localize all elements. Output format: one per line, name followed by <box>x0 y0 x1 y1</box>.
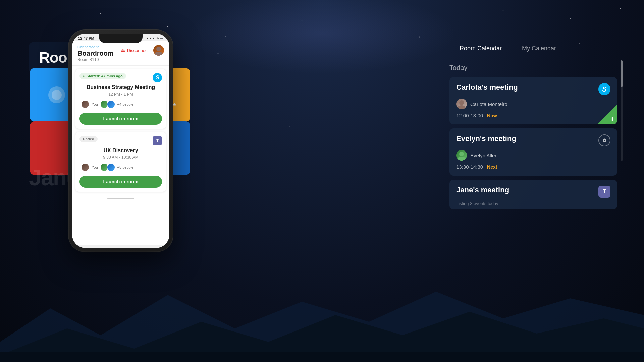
participant-avatar-2 <box>107 100 115 109</box>
skype-icon: S <box>153 73 162 82</box>
meeting-card-1: ● Started: 47 mins ago S Business Strate… <box>75 69 166 129</box>
launch-room-button-1[interactable]: Launch in room <box>79 113 162 125</box>
svg-point-33 <box>458 105 466 109</box>
carlota-time: 12:00-13:00 <box>456 113 483 118</box>
carlota-organizer: Carlota Monteiro <box>456 99 610 109</box>
evelyn-time: 13:30-14:30 <box>456 164 483 170</box>
meeting1-time: 12 PM - 1 PM <box>79 92 162 97</box>
carlota-name: Carlota Monteiro <box>470 101 507 107</box>
phone-screen: 12:47 PM ▲▲▲ ∿ ▬ Connected to: Boardroom… <box>72 34 169 248</box>
disconnect-icon: ⏏ <box>121 48 125 53</box>
meeting2-title: UX Discovery <box>79 147 162 154</box>
evelyn-time-row: 13:30-14:30 Next <box>456 164 610 170</box>
svg-point-35 <box>458 157 466 161</box>
phone-notch <box>99 34 143 43</box>
jane-teams-icon: T <box>598 186 610 198</box>
jane-meeting-header: Jane's meeting T <box>456 186 610 198</box>
header-actions: ⏏ Disconnect <box>121 45 164 56</box>
phone-header: Connected to: Boardroom Room B110 ⏏ Disc… <box>72 41 169 66</box>
connected-to-label: Connected to: <box>77 45 114 49</box>
evelyn-avatar <box>456 150 467 161</box>
launch-room-button-2[interactable]: Launch in room <box>79 176 162 188</box>
disconnect-label: Disconnect <box>127 48 149 53</box>
participant-avatar-4 <box>107 163 115 172</box>
home-indicator <box>72 195 169 202</box>
now-badge: Now <box>487 113 497 118</box>
today-label: Today <box>449 64 617 72</box>
meeting2-participants: You +5 people <box>79 163 162 172</box>
meeting1-header: ● Started: 47 mins ago S <box>79 73 162 82</box>
you-avatar-2 <box>81 163 90 172</box>
carlota-avatar <box>456 99 467 109</box>
room-info: Connected to: Boardroom Room B110 <box>77 45 114 62</box>
svg-point-34 <box>459 152 464 156</box>
scrollbar-thumb[interactable] <box>621 60 623 87</box>
carlota-skype-icon: S <box>598 83 610 95</box>
right-panel: Room Calendar My Calendar Today Carlota'… <box>449 40 617 214</box>
svg-point-30 <box>156 47 161 51</box>
calendar-tabs: Room Calendar My Calendar <box>449 40 617 57</box>
evelyn-bloom-icon: ✿ <box>598 134 610 146</box>
people-count-2: +5 people <box>117 165 134 169</box>
boardroom-name: Boardroom <box>77 50 114 57</box>
you-avatar-1 <box>81 100 90 109</box>
ended-label: Ended <box>83 137 94 141</box>
tab-my-calendar[interactable]: My Calendar <box>512 40 566 57</box>
meeting2-time: 9:30 AM - 10:30 AM <box>79 155 162 160</box>
started-label: Started: 47 mins ago <box>86 74 122 78</box>
phone-container: 12:47 PM ▲▲▲ ∿ ▬ Connected to: Boardroom… <box>57 30 184 305</box>
people-count-1: +4 people <box>117 102 134 106</box>
phone-device: 12:47 PM ▲▲▲ ∿ ▬ Connected to: Boardroom… <box>69 30 173 251</box>
evelyn-organizer: Evelyn Allen <box>456 150 610 161</box>
avatar-group-1 <box>100 100 115 109</box>
wifi-icon: ∿ <box>156 37 159 40</box>
you-label-2: You <box>92 165 98 169</box>
status-icons: ▲▲▲ ∿ ▬ <box>146 37 163 40</box>
svg-point-32 <box>459 100 464 105</box>
teams-icon: T <box>153 136 162 145</box>
meeting2-header: Ended T <box>79 136 162 145</box>
evelyn-name: Evelyn Allen <box>470 153 498 158</box>
upload-corner-icon: ⬆ <box>610 116 614 122</box>
avatar-group-2 <box>100 163 115 172</box>
carlota-meeting-title: Carlota's meeting <box>456 83 518 92</box>
home-bar <box>107 198 134 199</box>
evelyn-meeting-item[interactable]: Evelyn's meeting ✿ Evelyn Allen 13:30-14… <box>449 128 617 176</box>
you-label-1: You <box>92 102 98 106</box>
meeting1-participants: You +4 people <box>79 100 162 109</box>
meeting1-title: Business Strategy Meeting <box>79 84 162 90</box>
jane-meeting-item[interactable]: Jane's meeting T Listing 8 events today <box>449 180 617 209</box>
status-time: 12:47 PM <box>78 36 94 40</box>
jane-meeting-title: Jane's meeting <box>456 186 509 194</box>
ended-badge: Ended <box>79 136 98 142</box>
evelyn-meeting-header: Evelyn's meeting ✿ <box>456 134 610 146</box>
next-badge: Next <box>487 164 497 170</box>
tab-room-calendar[interactable]: Room Calendar <box>449 40 512 57</box>
green-corner: ⬆ <box>598 106 617 124</box>
user-avatar <box>153 45 164 56</box>
started-badge: ● Started: 47 mins ago <box>79 73 126 79</box>
svg-rect-21 <box>0 352 644 362</box>
evelyn-meeting-title: Evelyn's meeting <box>456 134 516 143</box>
carlota-meeting-header: Carlota's meeting S <box>456 83 610 95</box>
listing-note: Listing 8 events today <box>456 201 610 206</box>
scrollbar-track[interactable] <box>621 60 623 161</box>
svg-point-31 <box>155 52 163 56</box>
room-number: Room B110 <box>77 57 114 62</box>
carlota-meeting-item[interactable]: Carlota's meeting S Carlota Monteiro 12:… <box>449 77 617 124</box>
disconnect-button[interactable]: ⏏ Disconnect <box>121 48 149 53</box>
carlota-time-row: 12:00-13:00 Now <box>456 113 610 118</box>
meeting-card-2: Ended T UX Discovery 9:30 AM - 10:30 AM … <box>75 132 166 192</box>
phone-content: Connected to: Boardroom Room B110 ⏏ Disc… <box>72 41 169 245</box>
signal-icon: ▲▲▲ <box>146 37 155 40</box>
battery-icon: ▬ <box>160 37 163 40</box>
